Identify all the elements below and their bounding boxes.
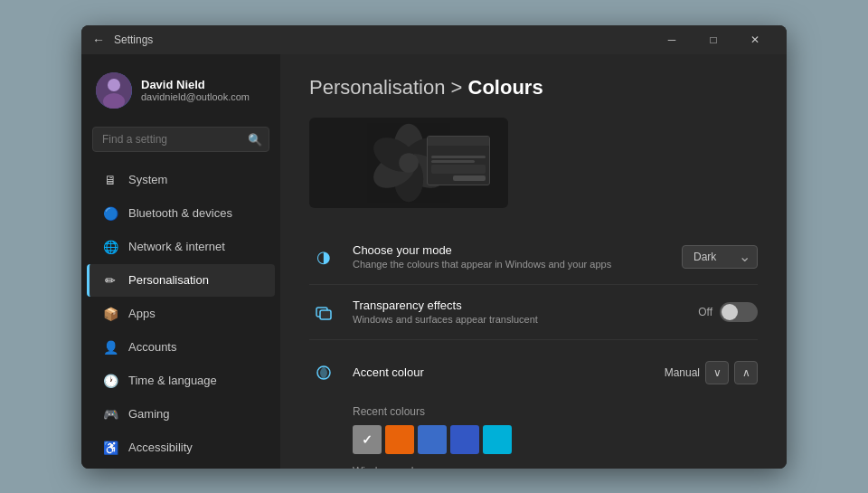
avatar bbox=[96, 72, 132, 109]
choose-mode-row: ◑ Choose your mode Change the colours th… bbox=[309, 230, 758, 285]
recent-colour-swatch-4[interactable] bbox=[483, 425, 512, 454]
mode-dropdown-wrap: Dark Light Custom bbox=[682, 245, 758, 269]
recent-colour-swatch-2[interactable] bbox=[418, 425, 447, 454]
transparency-toggle[interactable] bbox=[720, 302, 758, 322]
recent-colours-row bbox=[353, 425, 758, 454]
network-nav-icon: 🌐 bbox=[101, 238, 119, 256]
accent-label: Accent colour bbox=[353, 365, 665, 379]
sidebar-item-bluetooth[interactable]: 🔵 Bluetooth & devices bbox=[87, 197, 275, 230]
accounts-nav-icon: 👤 bbox=[101, 338, 119, 356]
accent-controls: Manual ∨ ∧ bbox=[665, 361, 758, 384]
personalisation-nav-label: Personalisation bbox=[128, 273, 209, 287]
system-nav-icon: 🖥 bbox=[101, 171, 119, 189]
accent-section: Accent colour Manual ∨ ∧ Recent colours … bbox=[309, 340, 758, 469]
accent-dropdown-chevron[interactable]: ∨ bbox=[705, 361, 729, 384]
window-controls: ─ □ ✕ bbox=[651, 25, 776, 54]
svg-point-9 bbox=[399, 153, 419, 173]
svg-rect-11 bbox=[320, 310, 331, 319]
back-button[interactable]: ← bbox=[92, 33, 105, 47]
nav-list: 🖥 System 🔵 Bluetooth & devices 🌐 Network… bbox=[81, 163, 280, 469]
close-button[interactable]: ✕ bbox=[734, 25, 776, 54]
theme-preview bbox=[309, 118, 508, 208]
accent-row: Accent colour Manual ∨ ∧ bbox=[309, 351, 758, 394]
accessibility-nav-icon: ♿ bbox=[101, 439, 119, 457]
gaming-nav-label: Gaming bbox=[128, 407, 170, 421]
sidebar: David Nield davidnield@outlook.com 🔍 🖥 S… bbox=[81, 54, 280, 469]
choose-mode-title: Choose your mode bbox=[353, 243, 682, 257]
apps-nav-label: Apps bbox=[128, 307, 156, 320]
content-area: David Nield davidnield@outlook.com 🔍 🖥 S… bbox=[81, 54, 787, 469]
transparency-toggle-label: Off bbox=[698, 306, 712, 318]
network-nav-label: Network & internet bbox=[128, 240, 225, 253]
window-title: Settings bbox=[114, 33, 651, 46]
transparency-desc: Windows and surfaces appear translucent bbox=[353, 314, 698, 325]
accent-icon bbox=[309, 358, 338, 387]
transparency-icon bbox=[309, 298, 338, 327]
system-nav-label: System bbox=[128, 173, 167, 186]
bluetooth-nav-label: Bluetooth & devices bbox=[128, 206, 232, 220]
sidebar-item-system[interactable]: 🖥 System bbox=[87, 164, 275, 196]
transparency-svg-icon bbox=[315, 303, 333, 321]
transparency-control: Off bbox=[698, 302, 758, 322]
windows-colours-label: Windows colours bbox=[353, 465, 758, 469]
apps-nav-icon: 📦 bbox=[101, 305, 119, 323]
recent-colour-swatch-1[interactable] bbox=[385, 425, 414, 454]
sidebar-item-network[interactable]: 🌐 Network & internet bbox=[87, 231, 275, 263]
personalisation-nav-icon: ✏ bbox=[101, 271, 119, 289]
transparency-row: Transparency effects Windows and surface… bbox=[309, 285, 758, 340]
choose-mode-text: Choose your mode Change the colours that… bbox=[353, 243, 682, 270]
breadcrumb: Personalisation > Colours bbox=[309, 76, 543, 99]
search-input[interactable] bbox=[92, 127, 269, 152]
sidebar-item-apps[interactable]: 📦 Apps bbox=[87, 298, 275, 330]
sidebar-item-gaming[interactable]: 🎮 Gaming bbox=[87, 398, 275, 431]
breadcrumb-parent: Personalisation bbox=[309, 76, 445, 99]
sidebar-item-privacy[interactable]: 🔒 Privacy & security bbox=[87, 465, 275, 469]
titlebar: ← Settings ─ □ ✕ bbox=[81, 25, 787, 54]
accent-svg-icon bbox=[315, 364, 333, 382]
choose-mode-control: Dark Light Custom bbox=[682, 245, 758, 269]
search-icon: 🔍 bbox=[248, 132, 262, 146]
preview-window-mock bbox=[427, 136, 490, 185]
profile-email: davidnield@outlook.com bbox=[141, 91, 250, 102]
settings-window: ← Settings ─ □ ✕ David Nield davidni bbox=[81, 25, 787, 469]
sidebar-item-personalisation[interactable]: ✏ Personalisation bbox=[87, 264, 275, 297]
recent-colour-swatch-0[interactable] bbox=[353, 425, 382, 454]
sidebar-item-time[interactable]: 🕐 Time & language bbox=[87, 365, 275, 397]
profile-section[interactable]: David Nield davidnield@outlook.com bbox=[81, 62, 280, 119]
transparency-title: Transparency effects bbox=[353, 299, 698, 312]
breadcrumb-separator: > bbox=[451, 76, 468, 99]
minimize-button[interactable]: ─ bbox=[651, 25, 693, 54]
sidebar-item-accessibility[interactable]: ♿ Accessibility bbox=[87, 431, 275, 464]
accent-value: Manual bbox=[665, 366, 700, 379]
sidebar-item-accounts[interactable]: 👤 Accounts bbox=[87, 331, 275, 364]
accounts-nav-label: Accounts bbox=[128, 340, 176, 354]
gaming-nav-icon: 🎮 bbox=[101, 405, 119, 423]
recent-colours-section: Recent colours Windows colours bbox=[309, 394, 758, 469]
main-content: Personalisation > Colours bbox=[280, 54, 787, 469]
time-nav-icon: 🕐 bbox=[101, 372, 119, 390]
recent-colour-swatch-3[interactable] bbox=[450, 425, 479, 454]
page-header: Personalisation > Colours bbox=[309, 76, 758, 100]
profile-info: David Nield davidnield@outlook.com bbox=[141, 78, 250, 102]
choose-mode-icon: ◑ bbox=[309, 242, 338, 271]
mode-dropdown[interactable]: Dark Light Custom bbox=[682, 245, 758, 269]
time-nav-label: Time & language bbox=[128, 374, 217, 387]
choose-mode-desc: Change the colours that appear in Window… bbox=[353, 259, 682, 270]
profile-name: David Nield bbox=[141, 78, 250, 91]
svg-point-1 bbox=[108, 79, 120, 91]
maximize-button[interactable]: □ bbox=[693, 25, 734, 54]
accent-expand-chevron[interactable]: ∧ bbox=[734, 361, 758, 384]
accessibility-nav-label: Accessibility bbox=[128, 441, 193, 454]
transparency-text: Transparency effects Windows and surface… bbox=[353, 299, 698, 325]
search-bar: 🔍 bbox=[92, 127, 269, 152]
bluetooth-nav-icon: 🔵 bbox=[101, 204, 119, 223]
breadcrumb-current: Colours bbox=[468, 76, 543, 99]
recent-colours-label: Recent colours bbox=[353, 405, 758, 418]
